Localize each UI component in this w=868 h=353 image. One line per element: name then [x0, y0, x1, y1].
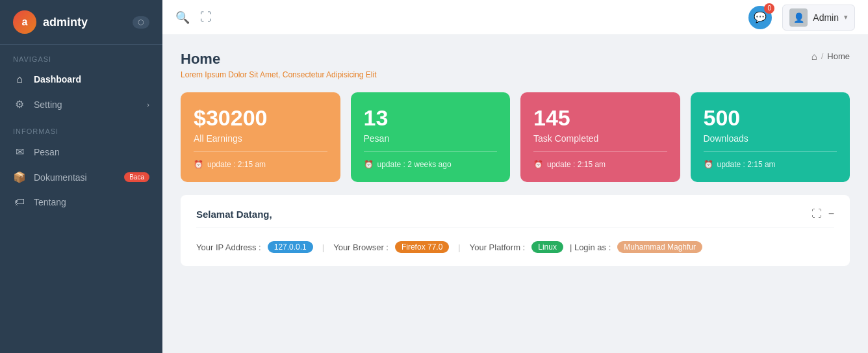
card-pesan: 13 Pesan ⏰ update : 2 weeks ago [351, 92, 511, 182]
user-name-label: Admin [813, 12, 839, 23]
breadcrumb-current: Home [827, 51, 850, 61]
browser-label: Your Browser : [333, 242, 389, 252]
expand-icon[interactable]: ⛶ [200, 10, 212, 24]
sidebar-item-label: Tentang [34, 197, 66, 207]
chevron-right-icon: › [147, 101, 149, 109]
panel-expand-button[interactable]: ⛶ [811, 208, 822, 220]
sidebar-item-label: Pesan [34, 147, 60, 157]
welcome-panel-header: Selamat Datang, ⛶ − [196, 208, 834, 228]
sidebar-item-label: Dokumentasi [34, 172, 87, 183]
pipe-1: | [322, 242, 324, 252]
topbar-right: 💬 0 👤 Admin ▾ [748, 5, 855, 31]
dokumentasi-icon: 📦 [13, 171, 26, 183]
sidebar-section-navigasi: Navigasi [0, 45, 162, 67]
setting-icon: ⚙ [13, 98, 26, 111]
chevron-down-icon: ▾ [844, 13, 848, 21]
card-task-label: Task Completed [533, 133, 667, 144]
card-downloads-footer: ⏰ update : 2:15 am [704, 160, 837, 169]
browser-badge: Firefox 77.0 [395, 241, 449, 253]
search-icon[interactable]: 🔍 [175, 10, 190, 25]
sidebar-section-informasi: Informasi [0, 117, 162, 139]
sidebar-item-label: Dashboard [34, 74, 81, 85]
card-task-number: 145 [533, 105, 667, 131]
page-header-left: Home Lorem Ipsum Dolor Sit Amet, Consect… [181, 51, 376, 79]
sidebar-item-setting[interactable]: ⚙ Setting › [0, 92, 162, 117]
ip-badge: 127.0.0.1 [268, 241, 313, 253]
sidebar-item-label: Setting [34, 99, 62, 110]
stats-cards-row: $30200 All Earnings ⏰ update : 2:15 am 1… [181, 92, 850, 182]
avatar: 👤 [789, 8, 808, 27]
pesan-icon: ✉ [13, 146, 26, 158]
app-name: adminty [43, 16, 88, 29]
dashboard-icon: ⌂ [13, 73, 26, 85]
card-earnings-footer: ⏰ update : 2:15 am [194, 160, 327, 169]
pipe-2: | [458, 242, 460, 252]
platform-label: Your Platform : [470, 242, 526, 252]
breadcrumb-home-icon[interactable]: ⌂ [811, 51, 817, 62]
login-label: | Login as : [570, 242, 611, 252]
sidebar: a adminty ⬡ Navigasi ⌂ Dashboard ⚙ Setti… [0, 0, 162, 353]
user-menu-button[interactable]: 👤 Admin ▾ [782, 5, 855, 31]
notification-button[interactable]: 💬 0 [748, 6, 772, 29]
sidebar-item-dashboard[interactable]: ⌂ Dashboard [0, 67, 162, 92]
welcome-info-row: Your IP Address : 127.0.0.1 | Your Brows… [196, 241, 834, 253]
page-header: Home Lorem Ipsum Dolor Sit Amet, Consect… [181, 51, 850, 79]
welcome-title: Selamat Datang, [196, 209, 272, 220]
card-earnings-number: $30200 [194, 105, 327, 131]
sidebar-item-tentang[interactable]: 🏷 Tentang [0, 190, 162, 215]
baca-badge: Baca [124, 172, 149, 182]
topbar: 🔍 ⛶ 💬 0 👤 Admin ▾ [162, 0, 868, 35]
sidebar-item-pesan[interactable]: ✉ Pesan [0, 139, 162, 164]
breadcrumb-separator: / [821, 51, 824, 61]
clock-icon: ⏰ [364, 160, 374, 169]
breadcrumb: ⌂ / Home [811, 51, 850, 62]
topbar-left-icons: 🔍 ⛶ [175, 10, 212, 25]
page-subtitle: Lorem Ipsum Dolor Sit Amet, Consectetur … [181, 70, 376, 79]
card-pesan-number: 13 [364, 105, 498, 131]
card-downloads-number: 500 [704, 105, 837, 131]
panel-minimize-button[interactable]: − [828, 208, 834, 220]
tentang-icon: 🏷 [13, 196, 26, 208]
card-downloads: 500 Downloads ⏰ update : 2:15 am [691, 92, 850, 182]
card-pesan-label: Pesan [364, 133, 498, 144]
platform-badge: Linux [531, 241, 563, 253]
sidebar-logo: a adminty ⬡ [0, 0, 162, 45]
card-earnings-label: All Earnings [194, 133, 327, 144]
card-pesan-footer: ⏰ update : 2 weeks ago [364, 160, 498, 169]
clock-icon: ⏰ [194, 160, 203, 169]
notification-badge: 0 [764, 3, 774, 14]
sidebar-item-dokumentasi[interactable]: 📦 Dokumentasi Baca [0, 164, 162, 190]
card-downloads-label: Downloads [704, 133, 837, 144]
logo-badge: ⬡ [133, 16, 149, 29]
main-content: 🔍 ⛶ 💬 0 👤 Admin ▾ Home Lorem Ipsum Dolor… [162, 0, 868, 353]
page-title: Home [181, 51, 376, 68]
panel-actions: ⛶ − [811, 208, 834, 220]
logo-icon: a [13, 10, 36, 34]
welcome-panel: Selamat Datang, ⛶ − Your IP Address : 12… [181, 195, 850, 266]
clock-icon: ⏰ [533, 160, 543, 169]
card-task-footer: ⏰ update : 2:15 am [533, 160, 667, 169]
login-badge: Muhammad Maghfur [617, 241, 702, 253]
card-earnings: $30200 All Earnings ⏰ update : 2:15 am [181, 92, 340, 182]
ip-label: Your IP Address : [196, 242, 261, 252]
content-area: Home Lorem Ipsum Dolor Sit Amet, Consect… [162, 35, 868, 353]
clock-icon: ⏰ [704, 160, 713, 169]
card-task: 145 Task Completed ⏰ update : 2:15 am [520, 92, 680, 182]
